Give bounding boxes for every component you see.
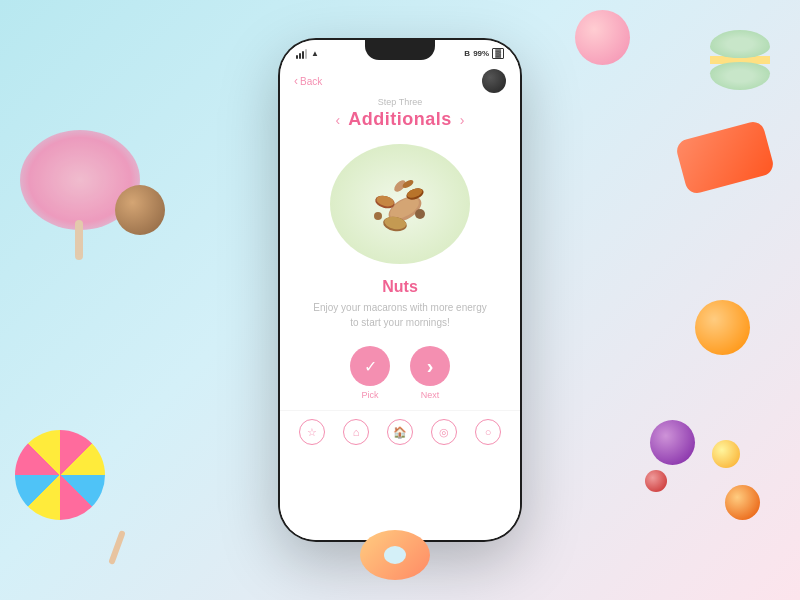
phone-frame: ▲ 9:43 AM B 99% ▓ ‹ Back Step Three xyxy=(280,40,520,540)
wifi-icon: ▲ xyxy=(311,49,319,58)
nav-home-button[interactable]: 🏠 xyxy=(387,419,413,445)
action-buttons-row: ✓ Pick › Next xyxy=(280,330,520,410)
macaron-decor xyxy=(710,30,780,80)
back-button[interactable]: ‹ Back xyxy=(294,74,322,88)
food-description: Enjoy your macarons with more energy to … xyxy=(280,300,520,330)
location-icon: ◎ xyxy=(439,426,449,439)
step-label: Step Three xyxy=(294,97,506,107)
section-next-button[interactable]: › xyxy=(460,112,465,128)
nav-favorites-button[interactable]: ☆ xyxy=(299,419,325,445)
star-icon: ☆ xyxy=(307,426,317,439)
phone-notch xyxy=(365,40,435,60)
section-title: Additionals xyxy=(348,109,452,130)
pink-ball-decor xyxy=(575,10,630,65)
user-avatar[interactable] xyxy=(482,69,506,93)
next-arrow-icon: › xyxy=(427,355,434,378)
status-right: B 99% ▓ xyxy=(464,48,504,59)
back-chevron-icon: ‹ xyxy=(294,74,298,88)
app-content: ‹ Back Step Three ‹ Additionals › xyxy=(280,63,520,540)
back-row: ‹ Back xyxy=(294,69,506,93)
status-left: ▲ xyxy=(296,49,319,59)
brown-ball-decor xyxy=(115,185,165,235)
pick-label: Pick xyxy=(361,390,378,400)
nav-location-button[interactable]: ◎ xyxy=(431,419,457,445)
bottom-navigation: ☆ ⌂ 🏠 ◎ ○ xyxy=(280,410,520,455)
donut-decor xyxy=(360,530,440,590)
pick-checkmark-icon: ✓ xyxy=(364,357,377,376)
store-icon: ⌂ xyxy=(353,426,360,438)
nav-search-button[interactable]: ○ xyxy=(475,419,501,445)
pick-button-circle: ✓ xyxy=(350,346,390,386)
section-prev-button[interactable]: ‹ xyxy=(336,112,341,128)
next-label: Next xyxy=(421,390,440,400)
nav-store-button[interactable]: ⌂ xyxy=(343,419,369,445)
search-icon: ○ xyxy=(485,426,492,438)
candy-bar-decor xyxy=(674,119,775,195)
battery-icon: ▓ xyxy=(492,48,504,59)
gummies-decor xyxy=(640,420,760,520)
next-button-circle: › xyxy=(410,346,450,386)
svg-point-9 xyxy=(374,212,382,220)
bluetooth-icon: B xyxy=(464,49,470,58)
food-circle xyxy=(330,144,470,264)
battery-label: 99% xyxy=(473,49,489,58)
section-nav: ‹ Additionals › xyxy=(294,109,506,130)
svg-point-8 xyxy=(415,209,425,219)
lollipop-decor xyxy=(15,430,125,540)
phone-wrapper: ▲ 9:43 AM B 99% ▓ ‹ Back Step Three xyxy=(280,40,520,560)
orange-ball-decor xyxy=(695,300,750,355)
food-name: Nuts xyxy=(280,278,520,296)
food-image-area xyxy=(280,134,520,270)
home-icon: 🏠 xyxy=(393,426,407,439)
signal-icon xyxy=(296,49,307,59)
app-header: ‹ Back Step Three ‹ Additionals › xyxy=(280,63,520,134)
pick-button[interactable]: ✓ Pick xyxy=(350,346,390,400)
nuts-illustration xyxy=(350,164,450,244)
next-button[interactable]: › Next xyxy=(410,346,450,400)
back-label: Back xyxy=(300,76,322,87)
